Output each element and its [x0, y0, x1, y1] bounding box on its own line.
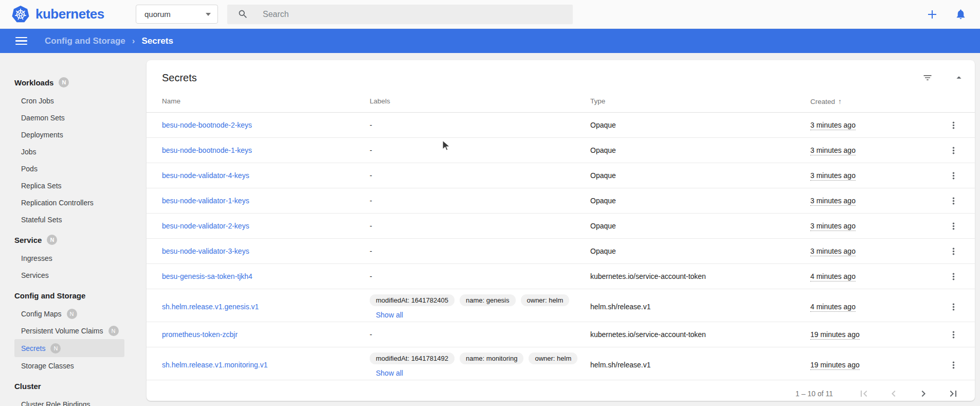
type-cell: kubernetes.io/service-account-token	[590, 272, 810, 280]
table-row: besu-node-validator-1-keys - Opaque 3 mi…	[147, 188, 975, 214]
sidebar-item-daemon-sets[interactable]: Daemon Sets	[0, 109, 147, 126]
created-cell: 4 minutes ago	[810, 303, 856, 312]
type-cell: Opaque	[590, 222, 810, 230]
created-cell: 3 minutes ago	[810, 146, 856, 155]
sidebar-item-config-maps[interactable]: Config Maps N	[0, 305, 147, 322]
sidebar-item-jobs[interactable]: Jobs	[0, 143, 147, 160]
kubernetes-wheel-icon	[11, 5, 30, 24]
column-header-name[interactable]: Name	[162, 97, 370, 105]
namespaced-badge: N	[67, 309, 77, 319]
type-cell: Opaque	[590, 121, 810, 129]
row-menu-kebab-icon[interactable]	[948, 196, 959, 206]
sidebar-item-replica-sets[interactable]: Replica Sets	[0, 177, 147, 194]
created-cell: 19 minutes ago	[810, 361, 860, 370]
sidebar-item-secrets[interactable]: Secrets N	[14, 339, 124, 357]
secret-name-link[interactable]: sh.helm.release.v1.genesis.v1	[162, 303, 370, 311]
column-header-type[interactable]: Type	[590, 97, 810, 105]
row-menu-kebab-icon[interactable]	[948, 145, 959, 156]
column-header-labels[interactable]: Labels	[370, 97, 590, 105]
secrets-card: Secrets Name Labels Type C	[147, 60, 975, 401]
table-row: prometheus-token-zcbjr - kubernetes.io/s…	[147, 322, 975, 347]
sidebar-item-replication-controllers[interactable]: Replication Controllers	[0, 194, 147, 211]
secret-name-link[interactable]: besu-node-bootnode-2-keys	[162, 121, 370, 129]
add-resource-button[interactable]	[926, 8, 938, 21]
created-cell: 3 minutes ago	[810, 171, 856, 181]
secret-name-link[interactable]: besu-node-validator-2-keys	[162, 222, 370, 230]
sidebar-item-services[interactable]: Services	[0, 267, 147, 284]
secret-name-link[interactable]: sh.helm.release.v1.monitoring.v1	[162, 361, 370, 369]
row-menu-kebab-icon[interactable]	[948, 302, 959, 312]
show-all-link[interactable]: Show all	[376, 369, 403, 377]
label-chip: name: monitoring	[460, 352, 523, 364]
sidebar-section-service: Service N	[0, 230, 147, 250]
row-menu-kebab-icon[interactable]	[948, 329, 959, 340]
sidebar-item-persistent-volume-claims[interactable]: Persistent Volume Claims N	[0, 322, 147, 339]
sidebar-item-storage-classes[interactable]: Storage Classes	[0, 357, 147, 374]
created-cell: 4 minutes ago	[810, 272, 856, 281]
table-row: besu-node-validator-3-keys - Opaque 3 mi…	[147, 239, 975, 264]
secret-name-link[interactable]: prometheus-token-zcbjr	[162, 330, 370, 339]
sidebar-section-cluster: Cluster	[0, 376, 147, 396]
secret-name-link[interactable]: besu-node-bootnode-1-keys	[162, 146, 370, 154]
namespaced-badge: N	[47, 235, 57, 245]
menu-hamburger-icon[interactable]	[15, 37, 27, 45]
type-cell: helm.sh/release.v1	[590, 361, 810, 369]
secret-name-link[interactable]: besu-node-validator-4-keys	[162, 171, 370, 180]
previous-page-button[interactable]	[887, 387, 900, 400]
labels-cell: -	[370, 330, 590, 339]
type-cell: kubernetes.io/service-account-token	[590, 330, 810, 339]
breadcrumb: Config and Storage › Secrets	[45, 36, 173, 46]
row-menu-kebab-icon[interactable]	[948, 221, 959, 232]
notifications-bell-icon[interactable]	[955, 8, 967, 20]
table-row: sh.helm.release.v1.genesis.v1 modifiedAt…	[147, 289, 975, 322]
labels-cell: -	[370, 146, 590, 154]
filter-icon[interactable]	[922, 73, 933, 83]
sort-arrow-up-icon: ↑	[838, 97, 842, 105]
pagination-range: 1 – 10 of 11	[795, 390, 833, 398]
label-chip: modifiedAt: 1641782405	[370, 294, 455, 306]
app-bar: Config and Storage › Secrets	[0, 29, 980, 53]
row-menu-kebab-icon[interactable]	[948, 360, 959, 370]
labels-cell: modifiedAt: 1641781492 name: monitoring …	[370, 347, 590, 382]
show-all-link[interactable]: Show all	[376, 311, 403, 319]
top-header: kubernetes quorum	[0, 0, 980, 29]
sidebar-item-ingresses[interactable]: Ingresses	[0, 250, 147, 267]
column-header-created[interactable]: Created↑	[810, 97, 939, 105]
type-cell: Opaque	[590, 146, 810, 154]
row-menu-kebab-icon[interactable]	[948, 246, 959, 257]
namespaced-badge: N	[50, 343, 61, 354]
sidebar-item-pods[interactable]: Pods	[0, 160, 147, 177]
row-menu-kebab-icon[interactable]	[948, 271, 959, 282]
sidebar-nav: Workloads N Cron Jobs Daemon Sets Deploy…	[0, 53, 147, 406]
row-menu-kebab-icon[interactable]	[948, 120, 959, 131]
breadcrumb-parent[interactable]: Config and Storage	[45, 36, 125, 46]
search-bar[interactable]	[227, 5, 573, 24]
secret-name-link[interactable]: besu-node-validator-1-keys	[162, 197, 370, 205]
sidebar-item-deployments[interactable]: Deployments	[0, 126, 147, 143]
namespace-selector[interactable]: quorum	[136, 5, 218, 24]
table-row: sh.helm.release.v1.monitoring.v1 modifie…	[147, 347, 975, 380]
next-page-button[interactable]	[917, 387, 930, 400]
labels-cell: -	[370, 171, 590, 180]
search-icon	[238, 9, 248, 20]
collapse-card-button[interactable]	[953, 72, 965, 83]
labels-cell: -	[370, 272, 590, 280]
type-cell: Opaque	[590, 171, 810, 180]
labels-cell: -	[370, 121, 590, 129]
sidebar-item-stateful-sets[interactable]: Stateful Sets	[0, 211, 147, 228]
table-row: besu-node-validator-2-keys - Opaque 3 mi…	[147, 214, 975, 239]
secret-name-link[interactable]: besu-genesis-sa-token-tjkh4	[162, 272, 370, 280]
first-page-button[interactable]	[858, 387, 870, 400]
table-row: besu-genesis-sa-token-tjkh4 - kubernetes…	[147, 264, 975, 289]
sidebar-item-cluster-role-bindings[interactable]: Cluster Role Bindings	[0, 396, 147, 406]
last-page-button[interactable]	[947, 387, 959, 400]
search-input[interactable]	[263, 10, 540, 19]
type-cell: helm.sh/release.v1	[590, 303, 810, 311]
kubernetes-logo[interactable]: kubernetes	[11, 5, 136, 24]
sidebar-section-config-and-storage: Config and Storage	[0, 286, 147, 305]
row-menu-kebab-icon[interactable]	[948, 170, 959, 181]
created-cell: 3 minutes ago	[810, 197, 856, 206]
sidebar-item-cron-jobs[interactable]: Cron Jobs	[0, 92, 147, 109]
sidebar-section-workloads: Workloads N	[0, 73, 147, 92]
secret-name-link[interactable]: besu-node-validator-3-keys	[162, 247, 370, 255]
